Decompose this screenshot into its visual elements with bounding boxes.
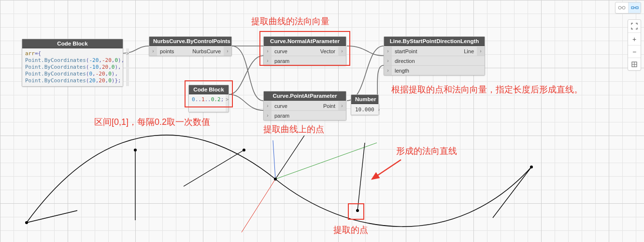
code-body[interactable]: 0..1..0.2; > [189, 94, 229, 112]
port-label: Vector [305, 48, 338, 54]
fit-icon [631, 23, 638, 30]
input-port[interactable] [149, 46, 157, 56]
annotation-text-line: 根据提取的点和法向向量，指定长度后形成直线。 [391, 84, 583, 95]
port-label: NurbsCurve [189, 48, 224, 54]
output-port[interactable] [224, 46, 231, 56]
annotation-text-normal: 提取曲线的法向向量 [251, 15, 329, 27]
port-label: curve [272, 103, 305, 109]
node-title: Code Block [22, 39, 123, 48]
port-label: direction [392, 58, 434, 64]
output-port[interactable] [477, 46, 485, 56]
input-port[interactable] [264, 101, 272, 110]
input-port[interactable] [384, 56, 392, 65]
port-label: curve [272, 48, 305, 54]
number-value[interactable]: 10.000 [351, 106, 378, 113]
port-label: points [157, 48, 189, 54]
annotation-text-normalline: 形成的法向直线 [396, 145, 457, 157]
code-body[interactable]: arr={ Point.ByCoordinates(-20,-20,0), Po… [22, 48, 123, 86]
input-port[interactable] [264, 56, 272, 65]
output-port[interactable]: > [126, 48, 129, 86]
glasses-icon [618, 5, 626, 10]
code-text: 0..1..0.2; [192, 96, 224, 110]
output-port[interactable] [378, 104, 380, 115]
port-label: Point [305, 103, 338, 109]
node-curve-pointatparameter[interactable]: Curve.PointAtParameter curve Point param [263, 91, 346, 121]
node-title: Line.ByStartPointDirectionLength [384, 37, 485, 46]
svg-point-17 [622, 6, 625, 9]
node-title: Curve.NormalAtParameter [264, 37, 346, 46]
node-nurbscurve-bycontrolpoints[interactable]: NurbsCurve.ByControlPoints points NurbsC… [149, 36, 232, 56]
input-port[interactable] [384, 46, 392, 56]
port-label: param [272, 58, 305, 64]
port-label: param [272, 113, 305, 119]
node-title: Number [351, 95, 378, 104]
input-port[interactable] [264, 111, 272, 120]
node-title: Code Block [189, 85, 229, 94]
port-label: Line [434, 48, 477, 54]
code-text: arr={ Point.ByCoordinates(-20,-20,0), Po… [25, 50, 124, 84]
node-title: Curve.PointAtParameter [264, 91, 346, 101]
annotation-text-point: 提取曲线上的点 [263, 123, 324, 135]
input-port[interactable] [264, 46, 272, 56]
output-port[interactable] [338, 101, 346, 110]
node-title: NurbsCurve.ByControlPoints [149, 37, 231, 46]
node-graph-icon [631, 5, 639, 10]
extents-icon [631, 61, 638, 68]
node-curve-normalatparameter[interactable]: Curve.NormalAtParameter curve Vector par… [263, 36, 346, 66]
svg-rect-20 [636, 7, 638, 9]
port-label: startPoint [392, 48, 434, 54]
output-port[interactable] [338, 46, 346, 56]
view-mode-a-button[interactable] [615, 2, 628, 13]
annotation-text-samplepoint: 提取的点 [333, 224, 368, 236]
node-code-block-1[interactable]: Code Block arr={ Point.ByCoordinates(-20… [22, 39, 123, 87]
zoom-out-button[interactable]: − [628, 45, 641, 58]
node-code-block-2[interactable]: Code Block 0..1..0.2; > [188, 85, 229, 112]
view-toolbar [615, 2, 641, 14]
view-mode-b-button[interactable] [628, 2, 641, 13]
svg-point-16 [618, 6, 621, 9]
node-line-bystartpointdirectionlength[interactable]: Line.ByStartPointDirectionLength startPo… [384, 36, 485, 76]
svg-rect-19 [631, 7, 634, 9]
view-mode-group [615, 2, 641, 14]
zoom-fit-button[interactable] [628, 20, 641, 32]
output-port[interactable]: > [226, 94, 229, 112]
port-label: length [392, 68, 434, 74]
zoom-in-button[interactable]: + [628, 32, 641, 45]
zoom-controls: + − [628, 19, 641, 71]
input-port[interactable] [384, 66, 392, 75]
zoom-extents-button[interactable] [628, 58, 641, 70]
node-number[interactable]: Number 10.000 [351, 94, 379, 115]
annotation-text-interval: 区间[0,1]，每隔0.2取一次数值 [94, 116, 210, 128]
